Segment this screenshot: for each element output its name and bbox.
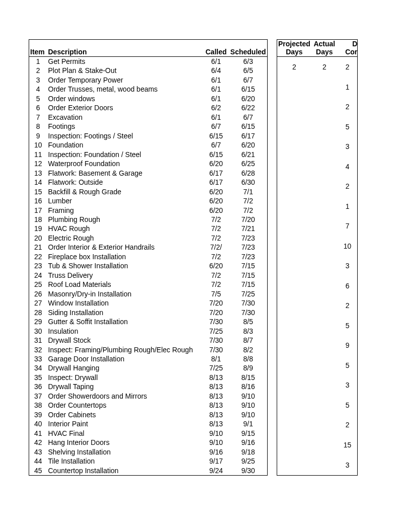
table-row: 5 [277,117,358,137]
cell-scheduled: 8/7 [229,336,268,345]
cell-description: Order Interior & Exterior Handrails [47,243,203,252]
cell-item: 10 [29,140,47,149]
cell-item: 31 [29,336,47,345]
cell-description: Flatwork: Basement & Garage [47,169,203,178]
cell-scheduled: 9/10 [229,410,268,419]
cell-description: Footings [47,122,203,131]
cell-description: Drywall Hanging [47,363,203,372]
cell-item: 14 [29,178,47,187]
schedule-header-row: Item Description Called Scheduled [29,40,268,57]
table-row: 7 [277,216,358,237]
cell-description: Flatwork: Outside [47,178,203,187]
cell-description: Plumbing Rough [47,215,203,224]
cell-extra: 2 [338,415,358,435]
cell-description: Order Exterior Doors [47,103,203,112]
cell-item: 23 [29,261,47,270]
table-row: 35Inspect: Drywall8/138/15 [29,373,268,382]
col-projected-l2: Days [278,48,310,56]
cell-projected [277,196,311,216]
col-projected-l1: Projected [278,40,310,48]
cell-extra: 3 [338,137,358,157]
cell-description: Truss Delivery [47,271,203,280]
cell-projected [277,296,311,316]
cell-description: Order Cabinets [47,410,203,419]
cell-item: 2 [29,66,47,75]
cell-scheduled: 7/15 [229,261,268,270]
table-row: 43Shelving Installation9/169/18 [29,447,268,457]
table-row: 9Inspection: Footings / Steel6/156/17 [29,131,268,140]
cell-called: 7/5 [203,289,229,298]
table-row: 32Inspect: Framing/Plumbing Rough/Elec R… [29,345,268,354]
cell-description: Order windows [47,94,203,103]
cell-called: 7/2/ [203,243,229,252]
cell-called: 7/30 [203,317,229,326]
cell-item: 45 [29,466,47,476]
cell-extra: 3 [338,375,358,396]
cell-called: 6/1 [203,85,229,94]
cell-extra: 9 [338,336,358,356]
table-row: 39Order Cabinets8/139/10 [29,410,268,419]
col-description: Description [47,40,203,57]
cell-scheduled: 7/21 [229,224,268,233]
table-row: 1 [277,77,358,97]
cell-description: Inspect: Drywall [47,373,203,382]
cell-item: 20 [29,234,47,243]
cell-item: 21 [29,243,47,252]
table-row: 21Order Interior & Exterior Handrails7/2… [29,243,268,252]
cell-extra: 2 [338,97,358,117]
table-row: 19HVAC Rough7/27/21 [29,224,268,233]
tables-wrap: Item Description Called Scheduled 1Get P… [29,39,358,476]
cell-scheduled: 8/2 [229,345,268,354]
table-row: 8Footings6/76/15 [29,122,268,131]
table-row: 15 [277,435,358,455]
table-row: 2 [277,415,358,435]
table-row: 4 [277,157,358,177]
table-row: 6 [277,276,358,296]
cell-called: 9/16 [203,447,229,457]
cell-item: 38 [29,401,47,410]
cell-description: Window Installation [47,298,203,308]
cell-scheduled: 8/3 [229,327,268,336]
table-row: 13Flatwork: Basement & Garage6/176/28 [29,169,268,178]
table-row: 222 [277,57,358,78]
cell-called: 9/17 [203,457,229,466]
cell-called: 6/17 [203,178,229,187]
table-row: 12Waterproof Foundation6/206/25 [29,159,268,168]
cell-called: 6/20 [203,187,229,196]
cell-projected [277,395,311,415]
cell-extra: 1 [338,196,358,216]
cell-extra: 6 [338,276,358,296]
table-row: 5Order windows6/16/20 [29,94,268,103]
days-header-row: Projected Days Actual Days D Cor [277,40,358,57]
cell-projected [277,157,311,177]
cell-item: 6 [29,103,47,112]
cell-scheduled: 7/15 [229,280,268,289]
table-row: 5 [277,355,358,375]
cell-description: Order Countertops [47,401,203,410]
table-row: 16Lumber6/207/2 [29,196,268,205]
cell-extra: 4 [338,157,358,177]
table-row: 3 [277,137,358,157]
cell-projected [277,375,311,396]
cell-called: 6/7 [203,122,229,131]
table-row: 20Electric Rough7/27/23 [29,234,268,243]
table-row: 40Interior Paint8/139/1 [29,419,268,428]
cell-projected [277,137,311,157]
cell-extra: 3 [338,455,358,476]
table-row: 6Order Exterior Doors6/26/22 [29,103,268,112]
cell-called: 8/13 [203,419,229,428]
cell-item: 39 [29,410,47,419]
cell-description: Tile Installation [47,457,203,466]
cell-description: Masonry/Dry-in Installation [47,289,203,298]
table-row: 44Tile Installation9/179/25 [29,457,268,466]
cell-called: 6/7 [203,140,229,149]
cell-description: Inspect: Framing/Plumbing Rough/Elec Rou… [47,345,203,354]
cell-item: 29 [29,317,47,326]
cell-description: Fireplace box Installation [47,252,203,261]
cell-item: 30 [29,327,47,336]
cell-called: 8/13 [203,410,229,419]
cell-item: 36 [29,382,47,391]
cell-item: 24 [29,271,47,280]
cell-description: Insulation [47,327,203,336]
cell-called: 7/2 [203,271,229,280]
